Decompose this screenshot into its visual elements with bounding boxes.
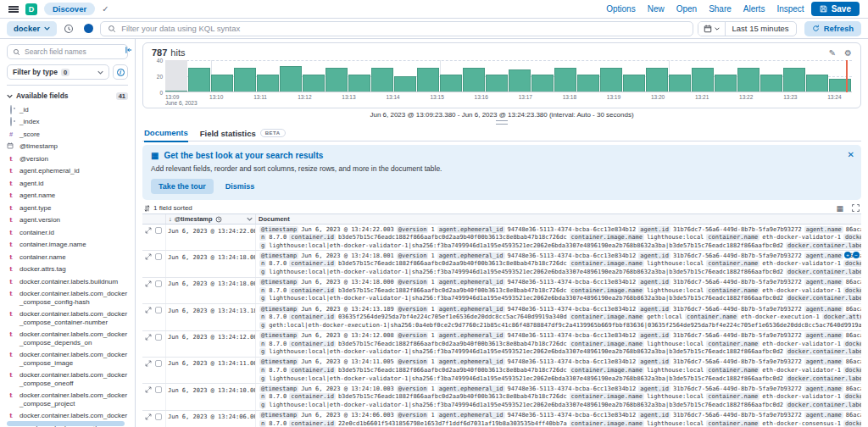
edit-visualization-icon[interactable]: ✎ <box>829 48 836 58</box>
nav-link-options[interactable]: Options <box>606 4 635 14</box>
tab-field-statistics[interactable]: Field statistics BETA <box>200 129 286 141</box>
nav-link-alerts[interactable]: Alerts <box>743 4 765 14</box>
timestamp-cell[interactable]: Jun 6, 2023 @ 13:24:13.189 <box>166 304 256 330</box>
document-cell[interactable]: @timestampJun 6, 2023 @ 13:24:18.000@ver… <box>256 278 861 303</box>
histogram-bar[interactable] <box>554 60 576 92</box>
histogram-bar[interactable] <box>783 60 805 92</box>
expand-document-icon[interactable] <box>145 386 152 393</box>
available-fields-header[interactable]: Available fields 41 <box>7 92 128 100</box>
expand-document-icon[interactable] <box>145 334 152 341</box>
timestamp-cell[interactable]: Jun 6, 2023 @ 13:24:12.008 <box>166 331 256 357</box>
histogram-bar[interactable] <box>326 60 348 92</box>
nav-link-inspect[interactable]: Inspect <box>776 4 804 14</box>
row-checkbox[interactable] <box>155 413 162 420</box>
row-checkbox[interactable] <box>155 253 162 260</box>
field-item[interactable]: tdocker.container.labels.buildnum <box>7 275 128 288</box>
histogram-bar[interactable] <box>737 60 760 92</box>
field-item[interactable]: tagent.ephemeral_id <box>7 165 128 178</box>
histogram-bar[interactable] <box>509 60 531 92</box>
field-item[interactable]: tagent.name <box>7 190 128 202</box>
data-view-picker[interactable]: docker <box>7 21 57 36</box>
row-checkbox[interactable] <box>155 360 162 367</box>
expand-document-icon[interactable] <box>145 413 152 420</box>
histogram-bar[interactable] <box>669 60 691 92</box>
histogram-resize-handle[interactable] <box>496 120 508 125</box>
document-cell[interactable]: @timestampJun 6, 2023 @ 13:24:18.001@ver… <box>256 251 861 276</box>
timestamp-cell[interactable]: Jun 6, 2023 @ 13:24:18.000 <box>166 278 256 303</box>
row-checkbox[interactable] <box>155 334 162 341</box>
histogram-bar[interactable] <box>463 60 485 92</box>
field-item[interactable]: _id <box>7 103 128 116</box>
field-item[interactable]: #_score <box>7 128 128 141</box>
row-checkbox[interactable] <box>155 307 162 313</box>
kql-query-input[interactable] <box>121 24 685 33</box>
field-item[interactable]: t@version <box>7 152 128 165</box>
save-button[interactable]: Save <box>811 2 860 16</box>
field-item[interactable]: tcontainer.name <box>7 251 128 263</box>
header-timestamp[interactable]: ↓ @timestamp <box>166 214 256 224</box>
timestamp-cell[interactable]: Jun 6, 2023 @ 13:24:18.001 <box>166 251 256 276</box>
sort-fields-button[interactable]: 1 field sorted <box>144 204 192 212</box>
field-search-input[interactable] <box>25 47 122 56</box>
histogram-bar[interactable] <box>211 60 233 92</box>
filter-by-type-select[interactable]: Filter by type 0 <box>7 64 109 80</box>
refresh-button[interactable]: Refresh <box>804 21 861 36</box>
histogram-bar[interactable] <box>715 60 737 92</box>
field-item[interactable]: tdocker.container.labels.com_docker_comp… <box>7 329 128 349</box>
nav-link-share[interactable]: Share <box>709 4 732 14</box>
document-cell[interactable]: @timestampJun 6, 2023 @ 13:24:13.189@ver… <box>256 304 861 330</box>
histogram-bar[interactable] <box>646 60 668 92</box>
field-item[interactable]: tagent.version <box>7 214 128 227</box>
field-item[interactable]: tdocker.container.labels.com_docker_comp… <box>7 390 128 410</box>
display-options-grid-icon[interactable]: ▦ <box>836 204 843 213</box>
sidebar-scrollbar[interactable] <box>7 421 125 426</box>
histogram-bar[interactable] <box>280 60 302 92</box>
menu-icon[interactable] <box>8 6 19 13</box>
histogram-bar[interactable] <box>806 60 828 92</box>
chart-options-gear-icon[interactable]: ⚙ <box>844 48 852 58</box>
document-cell[interactable]: @timestampJun 6, 2023 @ 13:24:10.003@ver… <box>256 384 861 409</box>
histogram-bar[interactable] <box>303 60 325 92</box>
timestamp-cell[interactable]: Jun 6, 2023 @ 13:24:11.005 <box>166 358 256 383</box>
histogram-bar[interactable] <box>234 60 256 92</box>
histogram-bar[interactable] <box>257 60 279 92</box>
timestamp-cell[interactable]: Jun 6, 2023 @ 13:24:10.003 <box>166 384 256 409</box>
histogram-bar[interactable] <box>417 60 439 92</box>
filter-for-icon[interactable]: + <box>844 252 851 258</box>
field-item[interactable]: tagent.type <box>7 202 128 214</box>
histogram-bar[interactable] <box>760 60 782 92</box>
fullscreen-icon[interactable] <box>852 204 860 212</box>
dismiss-button[interactable]: Dismiss <box>225 182 255 191</box>
expand-document-icon[interactable] <box>145 227 152 234</box>
time-range-label[interactable]: Last 15 minutes <box>726 24 796 33</box>
field-item[interactable]: tcontainer.image.name <box>7 239 128 252</box>
document-cell[interactable]: @timestampJun 6, 2023 @ 13:24:11.005@ver… <box>256 358 861 383</box>
date-picker-button[interactable] <box>698 22 726 36</box>
document-cell[interactable]: @timestampJun 6, 2023 @ 13:24:22.003@ver… <box>256 225 861 250</box>
breadcrumb[interactable]: Discover <box>44 3 95 15</box>
field-item[interactable]: tdocker.container.labels.com_docker_comp… <box>7 369 128 390</box>
histogram-bar[interactable] <box>829 60 851 92</box>
collapse-sidebar-icon[interactable] <box>125 46 133 54</box>
field-item[interactable]: tagent.id <box>7 177 128 190</box>
filters-menu-button[interactable] <box>81 21 96 36</box>
timestamp-cell[interactable]: Jun 6, 2023 @ 13:24:06.003 <box>166 411 256 427</box>
nav-link-open[interactable]: Open <box>676 4 697 14</box>
field-item[interactable]: tdocker.attrs.tag <box>7 263 128 276</box>
histogram-bar[interactable] <box>371 60 393 92</box>
expand-document-icon[interactable] <box>145 307 152 313</box>
document-cell[interactable]: @timestampJun 6, 2023 @ 13:24:06.003@ver… <box>256 411 861 427</box>
field-item[interactable]: tcontainer.id <box>7 226 128 239</box>
field-item[interactable]: _index <box>7 116 128 129</box>
row-checkbox[interactable] <box>155 280 162 287</box>
field-item[interactable]: tdocker.container.labels.com_docker_comp… <box>7 349 128 369</box>
expand-document-icon[interactable] <box>145 280 152 287</box>
histogram-bar[interactable] <box>623 60 645 92</box>
field-item[interactable]: tdocker.container.labels.com_docker_comp… <box>7 308 128 329</box>
row-checkbox[interactable] <box>155 386 162 393</box>
column-actions-chevron-icon[interactable] <box>247 217 253 221</box>
histogram-bar[interactable] <box>692 60 714 92</box>
histogram-bar[interactable] <box>577 60 599 92</box>
expand-document-icon[interactable] <box>145 253 152 260</box>
histogram-bar[interactable] <box>348 60 370 92</box>
